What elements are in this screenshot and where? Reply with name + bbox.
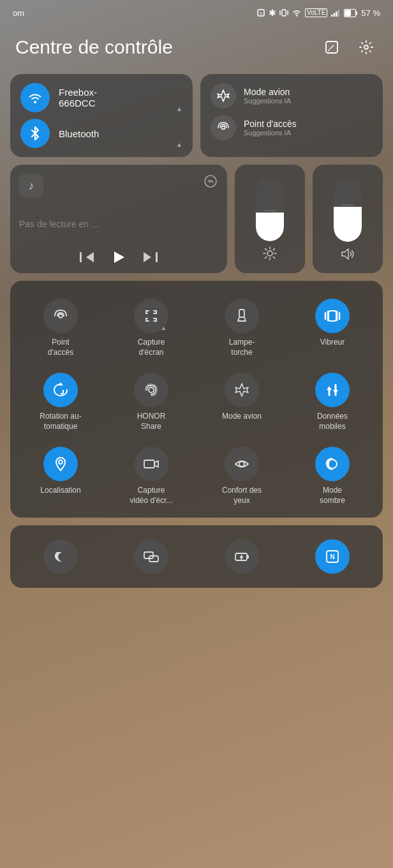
- settings-button[interactable]: [355, 36, 378, 59]
- header: Centre de contrôle: [0, 23, 393, 74]
- qs-mode-sombre-label: Modesombre: [320, 486, 345, 505]
- mode-avion-icon[interactable]: [211, 83, 236, 108]
- svg-rect-6: [331, 15, 333, 17]
- qs-vibreur[interactable]: Vibreur: [288, 294, 376, 363]
- mode-avion-row[interactable]: Mode avion Suggestions IA: [211, 83, 373, 108]
- brightness-slider[interactable]: [256, 177, 284, 241]
- qs-capture-video-label: Capturevidéo d'écr...: [130, 486, 173, 505]
- qs-donnees-mobiles-icon: [315, 373, 350, 407]
- top-toggle-grid: Freebox-666DCC ▲ Bluetooth ▲: [10, 74, 383, 157]
- svg-point-43: [149, 387, 154, 393]
- qs-mode-sombre-icon: [315, 447, 350, 481]
- svg-rect-33: [239, 310, 244, 317]
- qs-localisation-icon: [43, 447, 78, 481]
- qs-rotation-label: Rotation au-tomatique: [40, 412, 81, 431]
- qs-mode-avion[interactable]: Mode avion: [198, 368, 286, 437]
- svg-point-48: [59, 460, 63, 464]
- svg-line-30: [273, 249, 274, 250]
- qs-capture-ecran-label: Captured'écran: [138, 338, 165, 357]
- volume-slider-card[interactable]: [313, 165, 383, 273]
- svg-marker-47: [333, 390, 338, 394]
- media-wave-icon: [203, 174, 218, 189]
- svg-point-15: [34, 101, 36, 103]
- volte-icon: VoLTE: [305, 8, 327, 17]
- status-left-text: om: [13, 8, 24, 18]
- bottom-icons-row: N: [17, 534, 376, 579]
- svg-point-16: [222, 126, 225, 130]
- qs-lune-icon: [43, 539, 78, 574]
- qs-lampe-torche-label: Lampe-torche: [229, 338, 255, 357]
- bottom-row-card: N: [10, 525, 383, 588]
- qs-rotation[interactable]: Rotation au-tomatique: [17, 368, 105, 437]
- wifi-icon-circle[interactable]: [20, 83, 50, 112]
- battery-icon: [344, 9, 358, 17]
- volume-fill: [334, 207, 362, 242]
- play-button[interactable]: [112, 250, 126, 264]
- status-bar: om N ✱ VoLTE: [0, 0, 393, 23]
- svg-point-14: [364, 45, 368, 49]
- qs-honor-share[interactable]: HONORShare: [107, 368, 195, 437]
- brightness-slider-container: [235, 172, 305, 246]
- qs-confort-yeux-label: Confort desyeux: [222, 486, 262, 505]
- next-button[interactable]: [144, 251, 158, 264]
- svg-point-23: [267, 251, 272, 256]
- brightness-fill: [256, 213, 284, 241]
- svg-rect-8: [336, 11, 337, 17]
- hotspot-icon[interactable]: [211, 115, 236, 140]
- quick-settings-grid: Pointd'accès ▲ Captured'écran: [17, 294, 376, 511]
- mode-avion-text: Mode avion Suggestions IA: [244, 87, 291, 105]
- qs-confort-yeux[interactable]: Confort desyeux: [198, 442, 286, 511]
- prev-button[interactable]: [80, 251, 94, 264]
- point-acces-text: Point d'accès Suggestions IA: [244, 119, 297, 137]
- qs-capture-video[interactable]: Capturevidéo d'écr...: [107, 442, 195, 511]
- vibrate-icon: [279, 8, 288, 17]
- qs-donnees-mobiles[interactable]: Donnéesmobiles: [288, 368, 376, 437]
- edit-button[interactable]: [320, 36, 343, 59]
- qs-localisation[interactable]: Localisation: [17, 442, 105, 511]
- qs-point-acces[interactable]: Pointd'accès: [17, 294, 105, 363]
- svg-text:N: N: [260, 11, 262, 15]
- qs-nfc[interactable]: N: [288, 534, 376, 579]
- mode-avion-hotspot-card: Mode avion Suggestions IA Point d'accès …: [200, 74, 383, 157]
- volume-slider[interactable]: [334, 178, 362, 242]
- wifi-toggle-row[interactable]: Freebox-666DCC ▲: [20, 83, 182, 112]
- qs-honor-share-label: HONORShare: [137, 412, 166, 431]
- signal-icon: [330, 8, 341, 17]
- svg-rect-19: [80, 252, 82, 262]
- svg-marker-18: [86, 252, 94, 262]
- mode-avion-sub: Suggestions IA: [244, 97, 291, 105]
- qs-point-acces-icon: [43, 299, 78, 333]
- media-top-row: ♪: [19, 174, 218, 198]
- qs-batterie[interactable]: [198, 534, 286, 579]
- qs-mode-avion-label: Mode avion: [222, 412, 262, 422]
- qs-capture-video-icon: [134, 447, 168, 481]
- qs-lampe-torche-icon: [225, 299, 259, 333]
- svg-line-28: [265, 249, 267, 250]
- brightness-slider-card[interactable]: [235, 165, 305, 273]
- brightness-icon: [263, 246, 277, 266]
- qs-lune[interactable]: [17, 534, 105, 579]
- qs-capture-ecran-icon: ▲: [134, 299, 168, 333]
- qs-lampe-torche[interactable]: Lampe-torche: [198, 294, 286, 363]
- svg-rect-9: [338, 10, 340, 17]
- qs-mode-sombre[interactable]: Modesombre: [288, 442, 376, 511]
- svg-marker-21: [144, 252, 151, 262]
- svg-rect-49: [144, 460, 154, 468]
- brightness-line: [263, 210, 276, 211]
- qs-capture-ecran[interactable]: ▲ Captured'écran: [107, 294, 195, 363]
- bluetooth-label: Bluetooth: [59, 128, 99, 139]
- svg-rect-12: [345, 10, 352, 16]
- qs-multi-ecran[interactable]: [107, 534, 195, 579]
- volume-slider-container: [313, 172, 383, 248]
- bluetooth-toggle-row[interactable]: Bluetooth ▲: [20, 119, 182, 148]
- point-acces-row[interactable]: Point d'accès Suggestions IA: [211, 115, 373, 140]
- qs-confort-yeux-icon: [225, 447, 259, 481]
- svg-rect-55: [247, 555, 249, 558]
- quick-settings-card: Pointd'accès ▲ Captured'écran: [10, 281, 383, 518]
- bluetooth-status-icon: ✱: [269, 8, 276, 18]
- qs-vibreur-label: Vibreur: [320, 338, 345, 348]
- wifi-label: Freebox-666DCC: [59, 87, 97, 108]
- wifi-status-icon: [292, 8, 302, 17]
- bluetooth-icon-circle[interactable]: [20, 119, 50, 148]
- main-content: Freebox-666DCC ▲ Bluetooth ▲: [0, 74, 393, 588]
